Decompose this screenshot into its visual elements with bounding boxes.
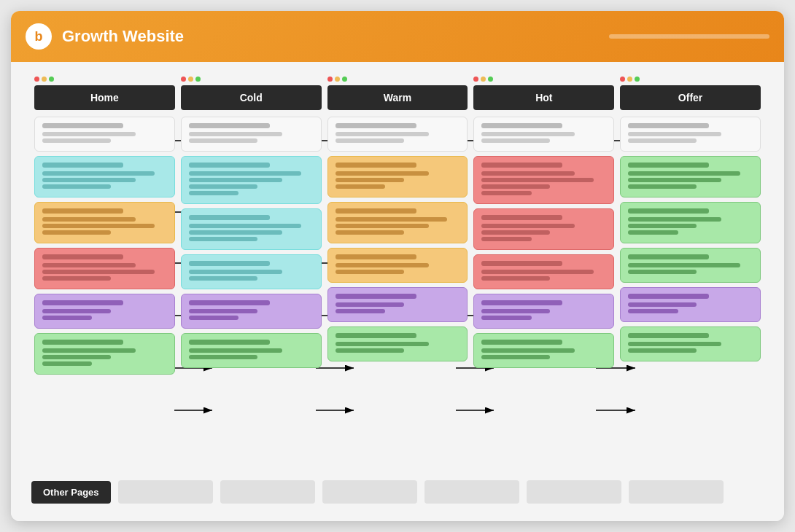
app-window: b Growth Website [11,11,784,521]
card-warm-3[interactable] [327,202,468,243]
card-warm-5[interactable] [327,287,468,322]
col-header-home[interactable]: Home [34,85,175,110]
card-cold-5[interactable] [181,294,322,329]
card-warm-2[interactable] [327,156,468,197]
bottom-chip-4[interactable] [424,480,519,504]
card-hot-5[interactable] [473,294,614,329]
card-hot-3[interactable] [473,208,614,250]
header-progress-bar [609,34,769,39]
card-hot-1[interactable] [473,117,614,152]
dot-red [34,77,39,82]
card-offer-1[interactable] [620,117,761,152]
card-hot-4[interactable] [473,254,614,289]
card-home-6[interactable] [34,333,175,375]
col-dots-offer [617,75,764,83]
other-pages-button[interactable]: Other Pages [31,481,111,504]
card-warm-4[interactable] [327,248,468,283]
col-header-warm[interactable]: Warm [327,85,468,110]
card-offer-3[interactable] [620,202,761,243]
card-home-4[interactable] [34,248,175,289]
column-offer: Offer [617,75,764,466]
bottom-chip-6[interactable] [629,480,724,504]
card-offer-2[interactable] [620,156,761,197]
card-cold-1[interactable] [181,117,322,152]
card-offer-5[interactable] [620,287,761,322]
app-logo: b [26,23,52,50]
app-title: Growth Website [62,27,184,46]
card-home-3[interactable] [34,202,175,243]
col-dots-cold [178,75,325,83]
card-offer-6[interactable] [620,326,761,361]
column-cold: Cold [178,75,325,466]
card-cold-3[interactable] [181,208,322,250]
header: b Growth Website [11,11,784,62]
card-home-2[interactable] [34,156,175,197]
card-warm-1[interactable] [327,117,468,152]
dot-yellow [42,77,47,82]
bottom-chip-2[interactable] [220,480,315,504]
card-hot-2[interactable] [473,156,614,204]
bottom-chip-3[interactable] [322,480,417,504]
card-cold-6[interactable] [181,333,322,368]
col-dots-home [31,75,178,83]
col-header-hot[interactable]: Hot [473,85,614,110]
column-hot: Hot [470,75,617,466]
card-warm-6[interactable] [327,326,468,361]
column-home: Home [31,75,178,466]
card-hot-6[interactable] [473,333,614,368]
col-dots-warm [325,75,471,83]
bottom-chip-5[interactable] [527,480,621,504]
bottom-chip-1[interactable] [118,480,213,504]
card-home-1[interactable] [34,117,175,152]
column-warm: Warm [325,75,471,466]
dot-green [49,77,54,82]
bottom-row: Other Pages [31,476,764,508]
card-cold-4[interactable] [181,254,322,289]
col-header-offer[interactable]: Offer [620,85,761,110]
card-offer-4[interactable] [620,248,761,283]
col-header-cold[interactable]: Cold [181,85,322,110]
col-dots-hot [470,75,617,83]
card-home-5[interactable] [34,294,175,329]
card-cold-2[interactable] [181,156,322,204]
funnel-area: Home [31,75,764,466]
main-content: Home [11,62,784,521]
